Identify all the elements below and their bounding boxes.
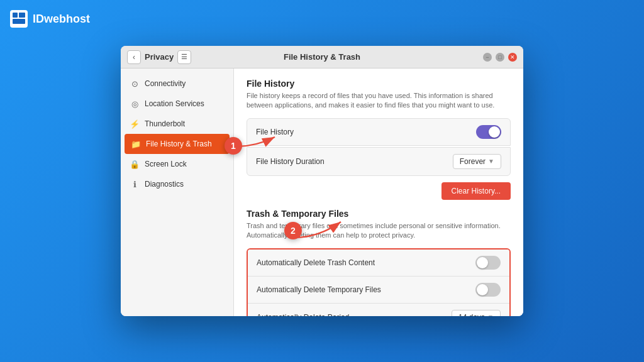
file-history-desc: File history keeps a record of files tha… (247, 91, 511, 111)
sidebar: ⊙ Connectivity ◎ Location Services ⚡ Thu… (121, 69, 234, 316)
auto-delete-temp-label: Automatically Delete Temporary Files (257, 285, 381, 294)
sidebar-item-file-history[interactable]: 📁 File History & Trash (125, 134, 230, 154)
auto-delete-period-dropdown[interactable]: 14 days ▼ (452, 310, 501, 316)
file-history-duration-dropdown[interactable]: Forever ▼ (453, 154, 501, 169)
auto-delete-temp-toggle[interactable] (475, 283, 501, 297)
trash-section-title: Trash & Temporary Files (247, 209, 511, 219)
sidebar-item-label: File History & Trash (146, 140, 212, 148)
toggle-knob (477, 284, 488, 295)
maximize-button[interactable]: □ (496, 53, 504, 62)
file-history-label: File History (256, 128, 294, 136)
back-button[interactable]: ‹ (127, 50, 141, 64)
titlebar: ‹ Privacy ☰ File History & Trash − □ ✕ (121, 46, 523, 69)
sidebar-item-label: Thunderbolt (145, 119, 185, 128)
window-controls: − □ ✕ (483, 53, 517, 62)
file-history-toggle[interactable] (476, 125, 501, 139)
minimize-button[interactable]: − (483, 53, 492, 62)
window-title: File History & Trash (284, 52, 360, 62)
main-window: ‹ Privacy ☰ File History & Trash − □ ✕ ⊙… (121, 46, 523, 316)
toggle-knob (477, 257, 488, 268)
menu-button[interactable]: ☰ (177, 50, 191, 64)
sidebar-item-label: Connectivity (145, 79, 186, 88)
folder-icon: 📁 (131, 139, 141, 149)
brand-icon (10, 10, 28, 28)
connectivity-icon: ⊙ (130, 79, 140, 89)
window-wrapper: ‹ Privacy ☰ File History & Trash − □ ✕ ⊙… (121, 46, 523, 316)
svg-rect-1 (19, 13, 25, 18)
svg-rect-2 (13, 19, 25, 24)
dropdown-value: 14 days (458, 313, 485, 316)
auto-delete-trash-toggle[interactable] (475, 256, 501, 270)
trash-settings-box: Automatically Delete Trash Content Autom… (247, 248, 511, 316)
file-history-duration-label: File History Duration (256, 157, 325, 166)
sidebar-item-thunderbolt[interactable]: ⚡ Thunderbolt (121, 114, 233, 134)
file-history-duration-row: File History Duration Forever ▼ (247, 147, 511, 176)
sidebar-item-diagnostics[interactable]: ℹ Diagnostics (121, 174, 233, 194)
toggle-knob (489, 126, 500, 138)
annotation-1: 1 (225, 137, 242, 155)
auto-delete-trash-label: Automatically Delete Trash Content (257, 258, 375, 267)
main-panel: File History File history keeps a record… (234, 69, 523, 316)
auto-delete-temp-row: Automatically Delete Temporary Files (248, 277, 509, 304)
sidebar-item-location[interactable]: ◎ Location Services (121, 94, 233, 114)
file-history-toggle-row: File History (247, 118, 511, 146)
thunderbolt-icon: ⚡ (130, 119, 140, 129)
clear-history-button[interactable]: Clear History... (441, 182, 511, 200)
file-history-title: File History (247, 79, 511, 89)
chevron-down-icon: ▼ (487, 314, 494, 316)
brand-name: IDwebhost (33, 13, 90, 26)
annotation-2: 2 (284, 222, 302, 239)
auto-delete-trash-row: Automatically Delete Trash Content (248, 250, 509, 277)
auto-delete-period-label: Automatically Delete Period (257, 313, 349, 316)
dropdown-value: Forever (460, 157, 486, 166)
sidebar-item-label: Diagnostics (145, 180, 184, 189)
location-icon: ◎ (130, 99, 140, 109)
auto-delete-period-row: Automatically Delete Period 14 days ▼ (248, 304, 509, 316)
chevron-down-icon: ▼ (488, 158, 494, 165)
sidebar-item-label: Screen Lock (145, 160, 187, 168)
svg-rect-0 (13, 13, 18, 18)
close-button[interactable]: ✕ (508, 53, 517, 62)
clear-history-row: Clear History... (247, 182, 511, 200)
lock-icon: 🔒 (130, 159, 140, 169)
brand-logo: IDwebhost (10, 10, 90, 28)
titlebar-left: ‹ Privacy ☰ (127, 50, 191, 64)
sidebar-item-screen-lock[interactable]: 🔒 Screen Lock (121, 154, 233, 174)
window-content: ⊙ Connectivity ◎ Location Services ⚡ Thu… (121, 69, 523, 316)
sidebar-title: Privacy (145, 52, 174, 62)
info-icon: ℹ (130, 179, 140, 189)
sidebar-item-label: Location Services (145, 99, 204, 108)
sidebar-item-connectivity[interactable]: ⊙ Connectivity (121, 74, 233, 94)
